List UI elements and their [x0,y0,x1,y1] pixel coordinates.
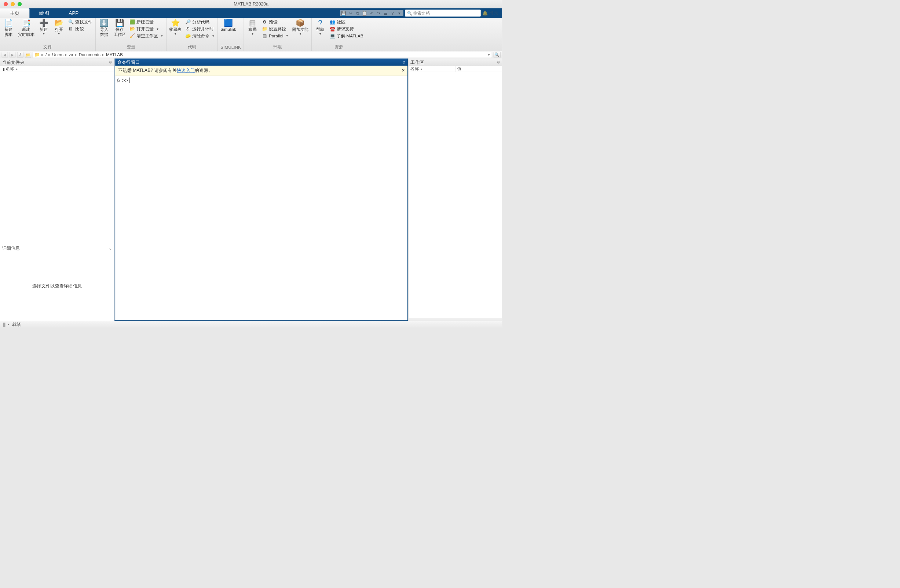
details-body: 选择文件以查看详细信息 [0,251,114,321]
minimize-panel-icon[interactable]: ⊙ [109,60,112,64]
help-icon[interactable]: ? [390,10,395,16]
crumb-matlab[interactable]: MATLAB [106,53,123,57]
chevron-down-icon: ▼ [251,32,254,36]
workspace-col-name[interactable]: 名称▲ [408,66,456,72]
horizontal-scrollbar[interactable] [408,318,503,321]
help-button[interactable]: ?帮助▼ [315,19,326,36]
group-simulink: 🟦Simulink SIMULINK [218,18,244,51]
group-environment: ▦布局▼ ⚙预设 📁设置路径 ▥Parallel▼ 📦附加功能▼ 环境 [244,18,312,51]
address-bar[interactable]: 📁 ▸ / ▸ Users ▸ zx ▸ Documents ▸ MATLAB … [33,52,492,58]
find-files-button[interactable]: 🔍查找文件 [68,19,92,25]
learn-icon: 💻 [330,33,335,39]
crumb-root[interactable]: / [45,53,47,57]
clear-commands-button[interactable]: 🧽清除命令▼ [185,33,214,39]
close-banner-button[interactable]: × [402,68,405,73]
group-file: 📄新建 脚本 📑新建 实时脚本 ➕新建▼ 📂打开▼ 🔍查找文件 🗎比较 文件 [0,18,96,51]
tab-plot[interactable]: 绘图 [29,8,59,18]
left-column: 当前文件夹 ⊙ ▮ 名称 ▲ 详细信息 ⌄ 选择文件以查看详细信息 [0,59,115,321]
parallel-button[interactable]: ▥Parallel▼ [262,33,288,39]
paste-icon[interactable]: 📋 [362,10,368,16]
new-variable-button[interactable]: 🟩新建变量 [129,19,163,25]
community-button[interactable]: 👥社区 [330,19,363,25]
minimize-panel-icon[interactable]: ⊙ [497,60,500,64]
save-icon[interactable]: 💾 [341,10,347,16]
crumb-documents[interactable]: Documents [79,53,101,57]
quickstart-link[interactable]: 快速入门 [177,67,195,74]
compare-button[interactable]: 🗎比较 [68,26,92,32]
group-environment-label: 环境 [247,43,309,51]
chevron-down-icon: ▼ [212,34,214,38]
switch-icon[interactable]: ☰ [383,10,388,16]
import-icon: ⬇️ [99,19,109,26]
live-script-icon: 📑 [22,19,31,26]
community-icon: 👥 [330,19,335,25]
open-button[interactable]: 📂打开▼ [53,19,65,36]
cut-icon[interactable]: ✂ [348,10,354,16]
search-folder-button[interactable]: 🔍 [493,52,501,58]
group-file-label: 文件 [3,43,92,51]
clear-icon: 🧹 [129,33,135,39]
redo-icon[interactable]: ↷ [376,10,382,16]
gear-icon: ⚙ [262,19,267,25]
undo-icon[interactable]: ↶ [369,10,374,16]
run-time-button[interactable]: ⏱运行并计时 [185,26,214,32]
file-icon: ▮ [3,67,5,71]
new-icon: ➕ [39,19,48,26]
bell-icon[interactable]: 🔔 [482,10,488,16]
text-cursor [129,77,130,83]
chevron-down-icon: ▼ [57,32,61,36]
doc-search-input[interactable] [413,11,479,15]
new-script-button[interactable]: 📄新建 脚本 [3,19,14,37]
request-support-button[interactable]: ☎️请求支持 [330,26,363,32]
support-icon: ☎️ [330,26,335,32]
layout-button[interactable]: ▦布局▼ [247,19,258,36]
chevron-down-icon: ▼ [286,34,289,37]
tabstrip: 主页 绘图 APP 💾 ✂ ⧉ 📋 ↶ ↷ ☰ ? ▾ 🔍 🔔 登录 [0,8,502,18]
minimize-panel-icon[interactable]: ⊙ [402,60,405,64]
chevron-down-icon[interactable]: ▾ [397,10,402,16]
window-title: MATLAB R2020a [0,2,502,7]
tab-app[interactable]: APP [59,8,88,18]
preferences-button[interactable]: ⚙预设 [262,19,288,25]
doc-search[interactable]: 🔍 [405,9,480,17]
new-live-script-button[interactable]: 📑新建 实时脚本 [18,19,34,37]
crumb-users[interactable]: Users [52,53,64,57]
favorites-button[interactable]: ⭐收藏夹▼ [169,19,181,36]
titlebar: MATLAB R2020a [0,0,502,8]
current-folder-list[interactable] [0,72,114,245]
save-workspace-button[interactable]: 💾保存 工作区 [114,19,126,37]
browse-folder-button[interactable]: 📁 [25,52,31,57]
workspace-header: 工作区 ⊙ [408,59,503,66]
fx-icon[interactable]: fx [117,77,121,83]
chevron-down-icon: ▼ [156,28,159,31]
import-data-button[interactable]: ⬇️导入 数据 [98,19,110,37]
workspace-list[interactable] [408,72,503,318]
workspace-col-value[interactable]: 值 [456,66,503,72]
nav-back-button[interactable]: ◀ [2,52,8,57]
login-link[interactable]: 登录 [490,10,499,16]
copy-icon[interactable]: ⧉ [355,10,360,16]
command-line[interactable]: fx >> [115,76,407,85]
group-resources-label: 资源 [315,43,363,51]
tab-home[interactable]: 主页 [0,8,29,18]
set-path-button[interactable]: 📁设置路径 [262,26,288,32]
compare-icon: 🗎 [68,26,74,32]
chevron-down-icon: ▼ [299,32,302,36]
new-button[interactable]: ➕新建▼ [38,19,50,36]
learn-matlab-button[interactable]: 💻了解 MATLAB [330,33,363,39]
open-variable-button[interactable]: 📂打开变量▼ [129,26,163,32]
crumb-zx[interactable]: zx [69,53,73,57]
analyze-code-button[interactable]: 🔎分析代码 [185,19,214,25]
simulink-button[interactable]: 🟦Simulink [220,19,236,32]
addons-button[interactable]: 📦附加功能▼ [292,19,309,36]
details-header[interactable]: 详细信息 ⌄ [0,245,114,251]
status-text: 就绪 [12,322,21,328]
nav-forward-button[interactable]: ▶ [9,52,16,57]
clear-workspace-button[interactable]: 🧹清空工作区▼ [129,33,163,39]
new-var-icon: 🟩 [129,19,135,25]
search-icon: 🔍 [407,11,412,15]
simulink-icon: 🟦 [224,19,233,26]
up-folder-button[interactable]: ⤴ [17,52,23,57]
current-folder-col-name[interactable]: ▮ 名称 ▲ [0,66,114,72]
chevron-down-icon[interactable]: ▾ [488,53,490,57]
